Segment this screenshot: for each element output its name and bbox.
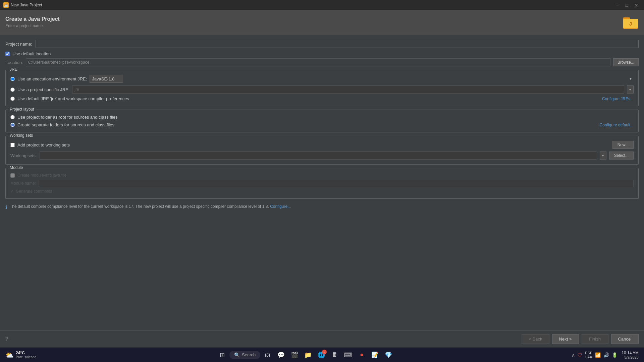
jre-content: Use an execution environment JRE: JavaSE…: [10, 75, 634, 101]
jre-default-radio[interactable]: [10, 97, 15, 101]
select-working-set-button[interactable]: Select...: [609, 152, 634, 160]
help-button[interactable]: ?: [5, 336, 8, 342]
jre-dropdown[interactable]: JavaSE-1.8 JavaSE-11 JavaSE-17: [90, 75, 123, 83]
info-notice: ℹ The default compiler compliance level …: [5, 202, 639, 212]
module-name-label: Module name:: [10, 181, 36, 186]
maximize-button[interactable]: □: [623, 1, 631, 9]
module-section: Module Create module-info.java file Modu…: [5, 168, 639, 199]
location-row: Location: Browse...: [5, 58, 639, 66]
window-title: New Java Project: [11, 3, 42, 7]
create-module-checkbox: [10, 173, 15, 178]
lang-code: ESP: [585, 351, 592, 355]
jre-specific-radio[interactable]: [10, 87, 15, 92]
taskbar-left: ⛅ 24°C Parc. soleado: [3, 350, 39, 360]
layout-radio2-row: Create separate folders for sources and …: [10, 122, 634, 127]
use-default-location-label[interactable]: Use default location: [12, 51, 51, 56]
battery-icon[interactable]: 🔋: [612, 352, 618, 358]
jre-env-label[interactable]: Use an execution environment JRE:: [17, 76, 87, 81]
jre-dropdown-wrapper: JavaSE-1.8 JavaSE-11 JavaSE-17: [90, 75, 634, 83]
weather-widget[interactable]: ⛅ 24°C Parc. soleado: [3, 350, 39, 360]
title-bar: ☕ New Java Project − □ ✕: [0, 0, 644, 10]
jre-radio3-inner: Use default JRE 'jre' and workspace comp…: [10, 96, 129, 101]
configure-jres-link[interactable]: Configure JREs...: [602, 97, 634, 101]
chat-button[interactable]: 💬: [275, 349, 287, 361]
cancel-button[interactable]: Cancel: [611, 334, 639, 344]
clock[interactable]: 10:14 AM 3/9/2023: [619, 350, 641, 360]
java-project-icon: J: [623, 14, 639, 30]
layout-root-radio[interactable]: [10, 115, 15, 119]
chrome-button[interactable]: ●: [356, 349, 368, 361]
layout-separate-label[interactable]: Create separate folders for sources and …: [17, 122, 114, 127]
jre-specific-input: [72, 85, 624, 94]
dialog-footer: ? < Back Next > Finish Cancel: [0, 330, 644, 347]
configure-default-link[interactable]: Configure default...: [600, 123, 634, 127]
window-icon: ☕: [3, 2, 9, 8]
eclipse-button[interactable]: 💎: [382, 349, 394, 361]
module-legend: Module: [8, 165, 24, 170]
calculator-button[interactable]: 🖩: [329, 349, 341, 361]
layout-radio2-inner: Create separate folders for sources and …: [10, 122, 114, 127]
use-default-location-checkbox[interactable]: [5, 52, 10, 56]
working-sets-legend: Working sets: [8, 133, 34, 138]
minimize-button[interactable]: −: [613, 1, 622, 9]
title-bar-left: ☕ New Java Project: [3, 2, 42, 8]
security-icon[interactable]: 🛡: [578, 352, 582, 358]
add-project-checkbox-row: Add project to working sets: [10, 142, 70, 147]
create-module-row: Create module-info.java file: [10, 173, 634, 178]
generate-comments-label: Generate comments: [16, 189, 52, 194]
svg-text:J: J: [629, 21, 632, 26]
taskbar: ⛅ 24°C Parc. soleado ⊞ 🔍 Search 🗂 💬 🎬 📁 …: [0, 347, 644, 362]
project-layout-legend: Project layout: [8, 107, 36, 112]
weather-text: 24°C Parc. soleado: [16, 351, 36, 359]
search-label: Search: [242, 352, 256, 357]
layout-separate-radio[interactable]: [10, 123, 15, 127]
working-sets-content: Add project to working sets New... Worki…: [10, 141, 634, 160]
browse-button[interactable]: Browse...: [613, 58, 639, 66]
browser-button[interactable]: 🌐 2: [315, 349, 327, 361]
language-indicator[interactable]: ESP LAA: [585, 351, 592, 359]
working-sets-section: Working sets Add project to working sets…: [5, 136, 639, 165]
back-button[interactable]: < Back: [522, 334, 549, 344]
clock-date: 3/9/2023: [624, 355, 639, 359]
windows-start-button[interactable]: ⊞: [216, 349, 228, 361]
project-layout-content: Use project folder as root for sources a…: [10, 115, 634, 127]
notes-button[interactable]: 📝: [369, 349, 381, 361]
dialog-content: Project name: Use default location Locat…: [0, 35, 644, 330]
add-project-label[interactable]: Add project to working sets: [17, 142, 70, 147]
new-working-set-button[interactable]: New...: [612, 141, 634, 149]
next-button[interactable]: Next >: [552, 334, 579, 344]
search-icon: 🔍: [234, 352, 240, 358]
terminal-button[interactable]: ⌨: [342, 349, 354, 361]
jre-default-label[interactable]: Use default JRE 'jre' and workspace comp…: [17, 96, 129, 101]
working-sets-dropdown-btn: ▾: [600, 152, 606, 160]
location-input[interactable]: [26, 58, 610, 66]
configure-compliance-link[interactable]: Configure...: [270, 204, 291, 209]
working-sets-input: [40, 152, 597, 160]
project-name-input[interactable]: [36, 40, 639, 48]
taskbar-search[interactable]: 🔍 Search: [229, 351, 260, 359]
notif-expand-icon[interactable]: ∧: [572, 352, 575, 358]
jre-env-radio[interactable]: [10, 77, 15, 81]
layout-root-label[interactable]: Use project folder as root for sources a…: [17, 115, 117, 120]
sound-icon[interactable]: 🔊: [603, 352, 609, 358]
title-bar-controls: − □ ✕: [613, 1, 641, 9]
location-label: Location:: [5, 60, 23, 65]
file-manager-button[interactable]: 📁: [302, 349, 314, 361]
wifi-icon[interactable]: 📶: [595, 352, 601, 358]
module-name-input: [39, 180, 634, 187]
close-button[interactable]: ✕: [632, 1, 641, 9]
clock-time: 10:14 AM: [622, 351, 639, 355]
dialog-subtitle: Enter a project name.: [5, 23, 60, 28]
finish-button[interactable]: Finish: [582, 334, 608, 344]
jre-section: JRE Use an execution environment JRE: Ja…: [5, 70, 639, 106]
dialog-title: Create a Java Project: [5, 16, 60, 22]
jre-legend: JRE: [8, 67, 19, 72]
working-sets-label: Working sets:: [10, 153, 37, 158]
task-view-button[interactable]: 🗂: [262, 349, 274, 361]
media-button[interactable]: 🎬: [288, 349, 301, 361]
weather-temp: 24°C: [16, 351, 36, 355]
jre-specific-dropdown-btn[interactable]: ▾: [627, 85, 634, 94]
lang-sub: LAA: [585, 355, 592, 359]
jre-specific-label[interactable]: Use a project specific JRE:: [17, 87, 69, 92]
add-project-checkbox[interactable]: [10, 143, 15, 147]
